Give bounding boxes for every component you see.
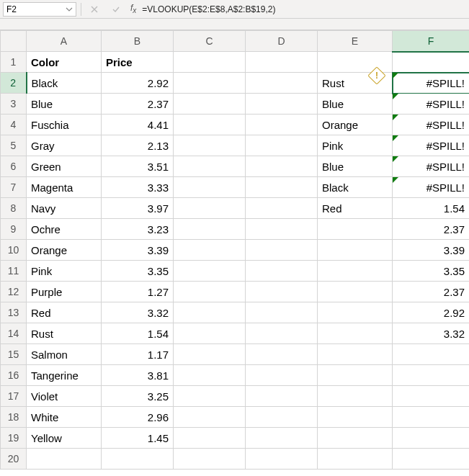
cell-E16[interactable]	[318, 365, 393, 386]
col-header-C[interactable]: C	[174, 31, 246, 52]
cell-C19[interactable]	[174, 428, 246, 449]
cell-C6[interactable]	[174, 156, 246, 177]
cell-C17[interactable]	[174, 386, 246, 407]
cell-E5[interactable]: Pink	[318, 135, 393, 156]
col-header-A[interactable]: A	[27, 31, 102, 52]
cell-E15[interactable]	[318, 344, 393, 365]
cell-C16[interactable]	[174, 365, 246, 386]
cell-F9[interactable]: 2.37	[393, 219, 470, 240]
col-header-D[interactable]: D	[246, 31, 318, 52]
cell-F6[interactable]: #SPILL!	[393, 156, 470, 177]
cell-F10[interactable]: 3.39	[393, 240, 470, 261]
row-header-15[interactable]: 15	[1, 344, 27, 365]
cell-D15[interactable]	[246, 344, 318, 365]
cell-D19[interactable]	[246, 428, 318, 449]
cell-A9[interactable]: Ochre	[27, 219, 102, 240]
row-header-5[interactable]: 5	[1, 135, 27, 156]
cell-D14[interactable]	[246, 323, 318, 344]
enter-formula-button[interactable]	[107, 2, 125, 17]
cell-A10[interactable]: Orange	[27, 240, 102, 261]
cell-C5[interactable]	[174, 135, 246, 156]
cell-D3[interactable]	[246, 94, 318, 114]
cell-C15[interactable]	[174, 344, 246, 365]
cell-A11[interactable]: Pink	[27, 261, 102, 282]
cell-E1[interactable]	[318, 52, 393, 73]
cell-B14[interactable]: 1.54	[102, 323, 174, 344]
cell-C12[interactable]	[174, 282, 246, 302]
cell-A15[interactable]: Salmon	[27, 344, 102, 365]
cell-E9[interactable]	[318, 219, 393, 240]
cell-B7[interactable]: 3.33	[102, 177, 174, 198]
cell-A8[interactable]: Navy	[27, 198, 102, 219]
cell-A20[interactable]	[27, 449, 102, 470]
cell-B18[interactable]: 2.96	[102, 407, 174, 428]
cell-F2[interactable]: #SPILL!	[393, 73, 470, 94]
row-header-4[interactable]: 4	[1, 114, 27, 135]
cell-B9[interactable]: 3.23	[102, 219, 174, 240]
cell-D2[interactable]	[246, 73, 318, 94]
row-header-11[interactable]: 11	[1, 261, 27, 282]
cell-B8[interactable]: 3.97	[102, 198, 174, 219]
cell-A4[interactable]: Fuschia	[27, 114, 102, 135]
cell-A12[interactable]: Purple	[27, 282, 102, 302]
cell-B2[interactable]: 2.92	[102, 73, 174, 94]
row-header-1[interactable]: 1	[1, 52, 27, 73]
cell-D9[interactable]	[246, 219, 318, 240]
cell-E7[interactable]: Black	[318, 177, 393, 198]
cell-D11[interactable]	[246, 261, 318, 282]
cell-F11[interactable]: 3.35	[393, 261, 470, 282]
row-header-12[interactable]: 12	[1, 282, 27, 302]
cancel-formula-button[interactable]	[86, 2, 103, 17]
cell-D18[interactable]	[246, 407, 318, 428]
cell-F5[interactable]: #SPILL!	[393, 135, 470, 156]
cell-C1[interactable]	[174, 52, 246, 73]
cell-D20[interactable]	[246, 449, 318, 470]
cell-B17[interactable]: 3.25	[102, 386, 174, 407]
cell-B5[interactable]: 2.13	[102, 135, 174, 156]
cell-E20[interactable]	[318, 449, 393, 470]
row-header-9[interactable]: 9	[1, 219, 27, 240]
cell-D6[interactable]	[246, 156, 318, 177]
cell-F20[interactable]	[393, 449, 470, 470]
cell-B20[interactable]	[102, 449, 174, 470]
cell-B4[interactable]: 4.41	[102, 114, 174, 135]
row-header-13[interactable]: 13	[1, 302, 27, 323]
cell-F12[interactable]: 2.37	[393, 282, 470, 302]
cell-C10[interactable]	[174, 240, 246, 261]
cell-D5[interactable]	[246, 135, 318, 156]
col-header-E[interactable]: E	[318, 31, 393, 52]
cell-B19[interactable]: 1.45	[102, 428, 174, 449]
cell-F3[interactable]: #SPILL!	[393, 94, 470, 114]
cell-E11[interactable]	[318, 261, 393, 282]
cell-D16[interactable]	[246, 365, 318, 386]
cell-E17[interactable]	[318, 386, 393, 407]
cell-A7[interactable]: Magenta	[27, 177, 102, 198]
cell-C3[interactable]	[174, 94, 246, 114]
cell-E14[interactable]	[318, 323, 393, 344]
cell-B13[interactable]: 3.32	[102, 302, 174, 323]
cell-A17[interactable]: Violet	[27, 386, 102, 407]
cell-D1[interactable]	[246, 52, 318, 73]
cell-A6[interactable]: Green	[27, 156, 102, 177]
cell-E4[interactable]: Orange	[318, 114, 393, 135]
cell-F17[interactable]	[393, 386, 470, 407]
cell-F14[interactable]: 3.32	[393, 323, 470, 344]
cell-C11[interactable]	[174, 261, 246, 282]
cell-E10[interactable]	[318, 240, 393, 261]
row-header-20[interactable]: 20	[1, 449, 27, 470]
col-header-B[interactable]: B	[102, 31, 174, 52]
formula-input[interactable]: =VLOOKUP(E$2:E$8,A$2:B$19,2)	[142, 4, 469, 14]
cell-E6[interactable]: Blue	[318, 156, 393, 177]
select-all-corner[interactable]	[1, 31, 27, 52]
cell-C8[interactable]	[174, 198, 246, 219]
cell-C4[interactable]	[174, 114, 246, 135]
cell-F18[interactable]	[393, 407, 470, 428]
cell-A16[interactable]: Tangerine	[27, 365, 102, 386]
row-header-2[interactable]: 2	[1, 73, 27, 94]
cell-B16[interactable]: 3.81	[102, 365, 174, 386]
cell-E3[interactable]: Blue	[318, 94, 393, 114]
row-header-3[interactable]: 3	[1, 94, 27, 114]
cell-E8[interactable]: Red	[318, 198, 393, 219]
cell-C14[interactable]	[174, 323, 246, 344]
row-header-18[interactable]: 18	[1, 407, 27, 428]
